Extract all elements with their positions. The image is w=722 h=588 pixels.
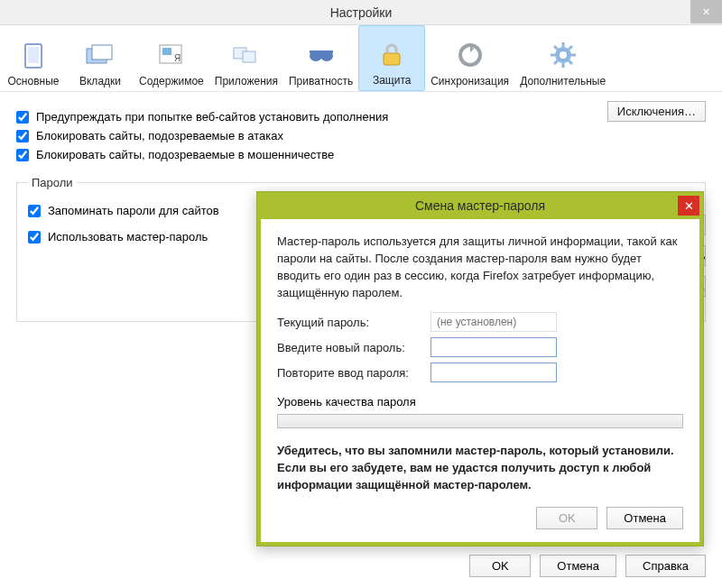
exceptions-button[interactable]: Исключения…: [607, 101, 706, 122]
svg-point-15: [560, 51, 567, 59]
block-attack-label: Блокировать сайты, подозреваемые в атака…: [36, 129, 283, 142]
window-titlebar: Настройки ×: [0, 0, 722, 25]
repeat-password-label: Повторите ввод пароля:: [277, 366, 430, 380]
window-close-button[interactable]: ×: [690, 0, 722, 23]
use-master-password-checkbox[interactable]: [28, 231, 41, 243]
svg-rect-5: [162, 48, 171, 55]
current-password-value: (не установлен): [430, 312, 557, 332]
tab-content[interactable]: Я Содержимое: [134, 25, 209, 91]
modal-cancel-button[interactable]: Отмена: [606, 507, 683, 529]
tab-label: Защита: [373, 74, 412, 87]
tab-label: Синхронизация: [430, 75, 509, 87]
tab-label: Содержимое: [139, 75, 204, 87]
svg-rect-1: [28, 47, 39, 63]
new-password-label: Введите новый пароль:: [277, 341, 430, 354]
svg-rect-11: [310, 51, 333, 53]
remember-passwords-checkbox[interactable]: [28, 205, 41, 217]
svg-line-23: [554, 60, 558, 64]
change-master-password-dialog: Смена мастер-пароля ✕ Мастер-пароль испо…: [256, 191, 704, 547]
close-icon: ✕: [684, 199, 694, 213]
block-fraud-checkbox[interactable]: [16, 149, 29, 161]
security-lock-icon: [375, 38, 408, 70]
tab-apps[interactable]: Приложения: [209, 25, 283, 91]
password-quality-label: Уровень качества пароля: [277, 395, 683, 409]
close-icon: ×: [702, 5, 709, 19]
svg-line-20: [554, 46, 558, 50]
tab-privacy[interactable]: Приватность: [283, 25, 358, 91]
block-attack-checkbox[interactable]: [16, 130, 29, 142]
tab-general[interactable]: Основные: [0, 25, 67, 91]
tab-label: Приложения: [215, 75, 278, 87]
sync-icon: [454, 39, 486, 71]
password-quality-meter: [277, 414, 683, 428]
repeat-password-input[interactable]: [430, 363, 557, 382]
block-fraud-label: Блокировать сайты, подозреваемые в мошен…: [36, 148, 334, 161]
gear-icon: [547, 39, 579, 71]
modal-title: Смена мастер-пароля: [415, 198, 545, 213]
dialog-buttons: OK Отмена Справка: [469, 555, 706, 577]
new-password-input[interactable]: [430, 337, 557, 357]
passwords-legend: Пароли: [28, 176, 77, 189]
cancel-button[interactable]: Отмена: [540, 555, 616, 577]
svg-text:Я: Я: [174, 53, 180, 63]
modal-intro-text: Мастер-пароль используется для защиты ли…: [277, 234, 683, 301]
modal-close-button[interactable]: ✕: [678, 196, 699, 216]
tab-label: Дополнительные: [520, 75, 606, 87]
tab-label: Приватность: [289, 75, 353, 87]
tab-label: Основные: [8, 75, 60, 87]
remember-passwords-label: Запоминать пароли для сайтов: [48, 204, 219, 217]
modal-ok-button[interactable]: OK: [536, 507, 597, 529]
modal-titlebar: Смена мастер-пароля ✕: [257, 192, 703, 219]
current-password-label: Текущий пароль:: [277, 316, 430, 329]
tabs-icon: [84, 39, 116, 71]
modal-warning-text: Убедитесь, что вы запомнили мастер-парол…: [277, 443, 683, 494]
svg-rect-12: [384, 53, 400, 65]
content-icon: Я: [155, 39, 188, 71]
help-button[interactable]: Справка: [625, 555, 706, 577]
tab-sync[interactable]: Синхронизация: [425, 25, 514, 91]
ok-button[interactable]: OK: [469, 555, 531, 577]
svg-line-22: [569, 46, 572, 50]
svg-line-21: [569, 60, 572, 64]
warn-addons-checkbox[interactable]: [16, 111, 29, 124]
svg-rect-8: [243, 51, 255, 62]
tab-tabs[interactable]: Вкладки: [67, 25, 134, 91]
tab-label: Вкладки: [79, 75, 121, 87]
window-title: Настройки: [330, 5, 393, 20]
tab-advanced[interactable]: Дополнительные: [514, 25, 611, 91]
settings-tabs: Основные Вкладки Я Содержимое Приложения…: [0, 25, 722, 92]
svg-rect-3: [92, 45, 112, 60]
general-icon: [17, 39, 50, 71]
warn-addons-label: Предупреждать при попытке веб-сайтов уст…: [36, 110, 388, 124]
tab-security[interactable]: Защита: [358, 25, 425, 91]
privacy-icon: [305, 39, 338, 71]
apps-icon: [230, 39, 263, 71]
use-master-password-label: Использовать мастер-пароль: [48, 230, 208, 243]
